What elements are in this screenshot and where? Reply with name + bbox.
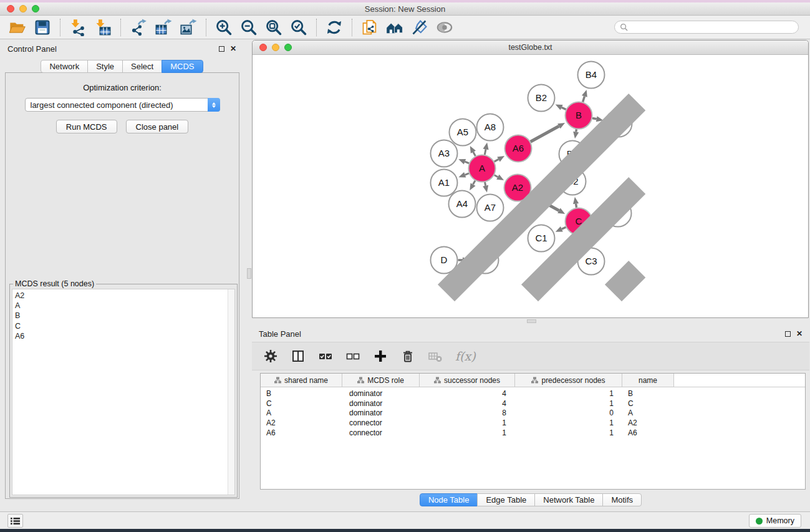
table-panel-title: Table Panel bbox=[259, 329, 301, 339]
main-area: Control Panel ✕ Network Style Select MCD… bbox=[0, 39, 810, 511]
table-cell: C bbox=[261, 399, 342, 409]
app-title: Session: New Session bbox=[0, 4, 810, 14]
import-table-button[interactable] bbox=[90, 17, 115, 37]
mcds-result-title: MCDS result (5 nodes) bbox=[13, 279, 96, 288]
table-row[interactable]: Bdominator41B bbox=[261, 389, 805, 399]
split-divider-handle-horizontal[interactable] bbox=[527, 319, 536, 323]
split-divider-handle-vertical[interactable] bbox=[247, 268, 251, 279]
column-header-name[interactable]: name bbox=[622, 374, 674, 387]
unchecked-checkboxes-icon bbox=[345, 349, 360, 364]
table-cell: 1 bbox=[420, 418, 515, 428]
tab-select[interactable]: Select bbox=[122, 60, 162, 73]
delete-table-button-disabled[interactable] bbox=[428, 349, 443, 364]
mcds-result-group: MCDS result (5 nodes) A2ABCA6 bbox=[9, 284, 238, 498]
table-cell: 1 bbox=[515, 418, 622, 428]
mcds-result-item[interactable]: B bbox=[15, 311, 228, 321]
table-cell: A2 bbox=[622, 418, 674, 428]
open-file-button[interactable] bbox=[5, 17, 30, 37]
search-icon bbox=[620, 23, 628, 31]
network-canvas[interactable]: B4B2BB3A8A5A6A3B1AC2A1A2A4A7C4CC1C3DD1 bbox=[253, 55, 808, 317]
close-table-panel-icon[interactable]: ✕ bbox=[796, 331, 803, 337]
function-builder-button-disabled[interactable]: f(x) bbox=[455, 349, 476, 363]
refresh-view-button[interactable] bbox=[322, 17, 347, 37]
control-panel-tabs: Network Style Select MCDS bbox=[0, 60, 244, 73]
column-header-predecessor-nodes[interactable]: predecessor nodes bbox=[515, 374, 622, 387]
control-panel-title: Control Panel bbox=[7, 44, 57, 54]
table-cell: B bbox=[261, 389, 342, 399]
table-cell: connector bbox=[342, 428, 420, 438]
table-cell: A6 bbox=[261, 428, 342, 438]
dropdown-stepper-icon bbox=[208, 98, 220, 112]
tab-style[interactable]: Style bbox=[87, 60, 123, 73]
column-type-icon bbox=[531, 377, 538, 384]
float-table-panel-icon[interactable] bbox=[785, 331, 791, 337]
table-cell: C bbox=[622, 399, 674, 409]
table-cell: 1 bbox=[515, 399, 622, 409]
search-input[interactable] bbox=[631, 22, 793, 32]
show-task-history-button[interactable] bbox=[7, 514, 23, 528]
table-cell: A6 bbox=[622, 428, 674, 438]
memory-label: Memory bbox=[766, 516, 794, 525]
table-row[interactable]: Cdominator41C bbox=[261, 399, 805, 409]
optimization-criterion-label: Optimization criterion: bbox=[6, 83, 239, 92]
table-body: Bdominator41BCdominator41CAdominator80AA… bbox=[261, 387, 805, 438]
zoom-in-button[interactable] bbox=[211, 17, 236, 37]
mcds-result-items: A2ABCA6 bbox=[12, 289, 228, 495]
open-session-share-button[interactable] bbox=[357, 17, 382, 37]
memory-button[interactable]: Memory bbox=[749, 514, 801, 528]
import-table-icon bbox=[94, 19, 112, 36]
close-panel-button[interactable]: Close panel bbox=[126, 120, 189, 133]
delete-column-button[interactable] bbox=[400, 349, 415, 364]
hide-annotations-button[interactable] bbox=[407, 17, 432, 37]
toolbar-separator bbox=[206, 19, 206, 36]
tab-mcds[interactable]: MCDS bbox=[162, 60, 203, 73]
tab-network[interactable]: Network bbox=[41, 60, 88, 73]
export-image-icon bbox=[180, 19, 197, 36]
export-network-button[interactable] bbox=[126, 17, 151, 37]
mcds-result-item[interactable]: A2 bbox=[15, 291, 228, 301]
resize-grip-icon[interactable] bbox=[252, 54, 808, 317]
tab-edge-table[interactable]: Edge Table bbox=[477, 493, 535, 506]
column-header-mcds-role[interactable]: MCDS role bbox=[342, 374, 420, 387]
network-window-titlebar[interactable]: testGlobe.txt bbox=[253, 41, 808, 55]
mcds-result-item[interactable]: A bbox=[15, 301, 228, 311]
zoom-selected-icon bbox=[290, 19, 307, 36]
table-panel: Table Panel ✕ bbox=[251, 324, 810, 511]
home-button[interactable] bbox=[382, 17, 407, 37]
zoom-fit-button[interactable] bbox=[261, 17, 286, 37]
float-panel-icon[interactable] bbox=[219, 46, 224, 52]
create-column-button[interactable] bbox=[373, 349, 388, 364]
import-network-button[interactable] bbox=[65, 17, 90, 37]
criterion-dropdown[interactable]: largest connected component (directed) bbox=[25, 98, 220, 112]
export-table-button[interactable] bbox=[151, 17, 176, 37]
table-cell: 1 bbox=[515, 389, 622, 399]
mcds-result-item[interactable]: A6 bbox=[15, 331, 228, 341]
export-image-button[interactable] bbox=[176, 17, 201, 37]
table-row[interactable]: A6connector11A6 bbox=[261, 428, 805, 438]
run-mcds-button[interactable]: Run MCDS bbox=[56, 120, 117, 133]
zoom-out-icon bbox=[240, 19, 258, 36]
houses-icon bbox=[386, 19, 403, 36]
column-header-successor-nodes[interactable]: successor nodes bbox=[420, 374, 515, 387]
tab-motifs[interactable]: Motifs bbox=[602, 493, 642, 506]
close-panel-icon[interactable]: ✕ bbox=[230, 46, 236, 52]
mcds-result-item[interactable]: C bbox=[15, 321, 228, 331]
application-window: Session: New Session bbox=[0, 0, 810, 532]
table-cell: B bbox=[622, 389, 674, 399]
tab-network-table[interactable]: Network Table bbox=[534, 493, 603, 506]
table-row[interactable]: Adominator80A bbox=[261, 409, 805, 418]
table-cell: connector bbox=[342, 418, 420, 428]
show-column-button[interactable] bbox=[291, 349, 306, 364]
tab-node-table[interactable]: Node Table bbox=[420, 493, 478, 506]
select-all-rows-button[interactable] bbox=[318, 349, 333, 364]
zoom-selected-button[interactable] bbox=[286, 17, 311, 37]
toggle-view-button[interactable] bbox=[432, 17, 457, 37]
table-row[interactable]: A2connector11A2 bbox=[261, 418, 805, 428]
zoom-out-button[interactable] bbox=[236, 17, 261, 37]
result-list-scrollbar[interactable] bbox=[228, 289, 234, 495]
table-settings-button[interactable] bbox=[263, 349, 278, 364]
deselect-all-rows-button[interactable] bbox=[345, 349, 360, 364]
column-header-shared-name[interactable]: shared name bbox=[261, 374, 342, 387]
save-session-button[interactable] bbox=[30, 17, 55, 37]
desktop-strip-bottom bbox=[0, 529, 810, 532]
